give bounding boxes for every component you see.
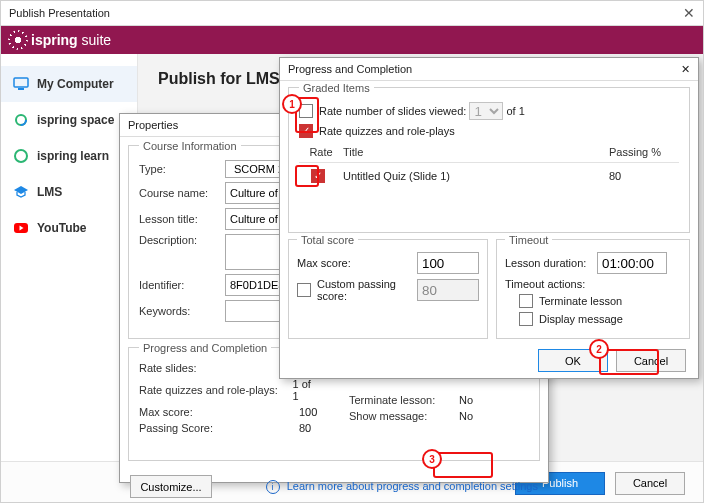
customize-button[interactable]: Customize... — [130, 475, 212, 498]
publish-presentation-window: Publish Presentation ✕ ispring suite My … — [0, 0, 704, 503]
actions-label: Timeout actions: — [505, 278, 585, 290]
sidebar-item-lms[interactable]: LMS — [1, 174, 137, 210]
passing-score-value: 80 — [299, 422, 311, 434]
rate-quizzes-text: Rate quizzes and role-plays — [319, 125, 455, 137]
graded-items-group: Graded Items Rate number of slides viewe… — [288, 87, 690, 233]
pac-title: Progress and Completion — [288, 58, 412, 80]
terminate-value: No — [459, 394, 473, 406]
svg-rect-0 — [14, 78, 28, 87]
sidebar-item-youtube[interactable]: YouTube — [1, 210, 137, 246]
pac-titlebar: Progress and Completion ✕ — [280, 58, 698, 81]
pac-cancel-button[interactable]: Cancel — [616, 349, 686, 372]
max-score-input[interactable] — [417, 252, 479, 274]
max-score-value: 100 — [299, 406, 317, 418]
identifier-label: Identifier: — [139, 279, 225, 291]
table-header: Rate Title Passing % — [299, 142, 679, 163]
pac-close-icon[interactable]: ✕ — [681, 58, 690, 80]
sidebar-item-my-computer[interactable]: My Computer — [1, 66, 137, 102]
terminate-text: Terminate lesson — [539, 295, 622, 307]
rate-slides-checkbox[interactable] — [299, 104, 313, 118]
props-footer: Customize... i Learn more about progress… — [120, 469, 548, 503]
custom-pass-label: Custom passing score: — [317, 278, 417, 302]
timeout-group: Timeout Lesson duration: Timeout actions… — [496, 239, 690, 339]
description-label: Description: — [139, 234, 225, 246]
rate-slides-text: Rate number of slides viewed: — [319, 105, 466, 117]
learn-more-link[interactable]: Learn more about progress and completion… — [287, 480, 538, 492]
rate-quizzes-row: Rate quizzes and role-plays — [299, 124, 679, 138]
rate-slides-suffix: of 1 — [506, 105, 524, 117]
display-msg-checkbox[interactable] — [519, 312, 533, 326]
ispring-sun-icon — [11, 33, 25, 47]
pac-buttons: OK Cancel — [280, 339, 698, 382]
item-title: Untitled Quiz (Slide 1) — [343, 170, 609, 182]
col-rate: Rate — [299, 146, 343, 158]
youtube-icon — [13, 220, 29, 236]
table-row: Untitled Quiz (Slide 1) 80 — [299, 163, 679, 189]
monitor-icon — [13, 76, 29, 92]
total-head: Total score — [297, 234, 358, 246]
brand-logo: ispring suite — [11, 32, 111, 48]
sidebar: My Computer ispring space ispring learn … — [1, 54, 138, 461]
course-name-label: Course name: — [139, 187, 225, 199]
pac-bottom: Total score Max score: Custom passing sc… — [280, 239, 698, 339]
close-icon[interactable]: ✕ — [683, 1, 695, 25]
keywords-label: Keywords: — [139, 305, 225, 317]
duration-input[interactable] — [597, 252, 667, 274]
cancel-button[interactable]: Cancel — [615, 472, 685, 495]
col-title: Title — [343, 146, 609, 158]
sidebar-item-ispring-learn[interactable]: ispring learn — [1, 138, 137, 174]
rate-quizzes-checkbox[interactable] — [299, 124, 313, 138]
total-score-group: Total score Max score: Custom passing sc… — [288, 239, 488, 339]
custom-pass-checkbox[interactable] — [297, 283, 311, 297]
ispring-space-icon — [13, 112, 29, 128]
duration-label: Lesson duration: — [505, 257, 597, 269]
pp-titlebar: Publish Presentation ✕ — [1, 1, 703, 26]
pp-title: Publish Presentation — [9, 1, 110, 25]
brand-text: ispring suite — [31, 32, 111, 48]
passing-score-label: Passing Score: — [139, 422, 299, 434]
terminate-checkbox[interactable] — [519, 294, 533, 308]
rate-quizzes-label: Rate quizzes and role-plays: — [139, 384, 293, 396]
lesson-title-label: Lesson title: — [139, 213, 225, 225]
sidebar-item-ispring-space[interactable]: ispring space — [1, 102, 137, 138]
rate-slides-count-select: 1 — [469, 102, 503, 120]
max-score-label: Max score: — [139, 406, 299, 418]
graduation-cap-icon — [13, 184, 29, 200]
type-label: Type: — [139, 163, 225, 175]
properties-title: Properties — [128, 114, 178, 136]
graded-head: Graded Items — [299, 82, 374, 94]
show-msg-value: No — [459, 410, 473, 422]
show-msg-label: Show message: — [349, 410, 459, 422]
display-msg-text: Display message — [539, 313, 623, 325]
timeout-head: Timeout — [505, 234, 552, 246]
item-pass: 80 — [609, 170, 679, 182]
info-icon: i — [266, 480, 280, 494]
max-score-label2: Max score: — [297, 257, 417, 269]
col-pass: Passing % — [609, 146, 679, 158]
brand-bar: ispring suite — [1, 26, 703, 54]
terminate-label: Terminate lesson: — [349, 394, 459, 406]
ok-button[interactable]: OK — [538, 349, 608, 372]
rate-slides-label: Rate slides: — [139, 362, 299, 374]
custom-pass-input — [417, 279, 479, 301]
rate-slides-row: Rate number of slides viewed: 1 of 1 — [299, 102, 679, 120]
pc-head: Progress and Completion — [139, 342, 271, 354]
ispring-learn-icon — [13, 148, 29, 164]
item-rate-checkbox[interactable] — [311, 169, 325, 183]
course-info-head: Course Information — [139, 140, 241, 152]
svg-rect-1 — [18, 88, 24, 90]
svg-point-4 — [15, 150, 27, 162]
progress-completion-dialog: Progress and Completion ✕ Graded Items R… — [279, 57, 699, 379]
